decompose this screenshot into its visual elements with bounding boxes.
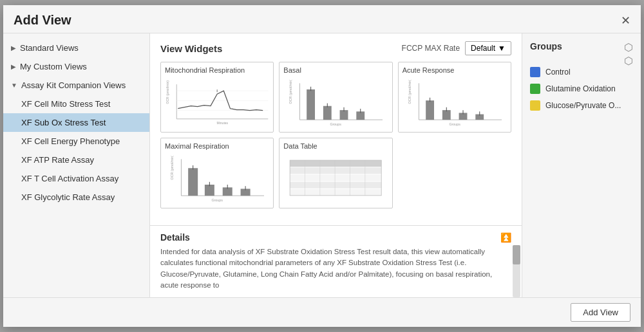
svg-rect-48 [290,189,381,196]
widget-chart-data-table [283,152,388,204]
main-content: View Widgets FCCP MAX Rate Default ▼ [150,33,522,297]
group-item-glutamine: Glutamine Oxidation [530,84,633,94]
scrollbar-thumb [513,245,520,264]
widget-chart-mito: OCR (pmol/min) [165,77,269,128]
widgets-grid: Mitochondrial Respiration OCR (pmol/min) [160,62,511,208]
widget-maximal-respiration: Maximal Respiration OCR (pmol/min) [160,138,274,208]
svg-text:OCR (pmol/min): OCR (pmol/min) [166,80,169,104]
svg-text:Groups: Groups [330,122,342,126]
fccp-label: FCCP MAX Rate [402,44,460,53]
add-view-button[interactable]: Add View [571,303,630,322]
svg-rect-45 [290,167,381,174]
widget-chart-basal: OCR (pmol/min) [283,77,388,128]
svg-text:OCR (pmol/min): OCR (pmol/min) [170,156,174,180]
chevron-right-icon-2: ▶ [11,63,16,70]
widget-chart-maximal: OCR (pmol/min) [165,152,269,204]
sidebar-item-cell-energy[interactable]: XF Cell Energy Phenotype [3,132,149,151]
widgets-title: View Widgets [160,43,222,54]
sidebar-item-t-cell[interactable]: XF T Cell Activation Assay [3,169,149,188]
modal-overlay: Add View ✕ ▶ Standard Views ▶ My Custom … [0,0,644,332]
widget-data-table: Data Table [279,138,392,208]
group-color-glucose [530,100,540,111]
sidebar-label-cell-energy: XF Cell Energy Phenotype [21,136,120,146]
svg-text:OCR (pmol/min): OCR (pmol/min) [407,80,411,104]
svg-rect-46 [290,174,381,181]
details-scrollbar[interactable] [513,245,520,297]
modal-body: ▶ Standard Views ▶ My Custom Views ▼ Ass… [3,33,641,297]
chevron-down-icon: ▼ [11,82,17,89]
sidebar-label-glycolytic: XF Glycolytic Rate Assay [21,192,115,202]
group-label-glucose: Glucose/Pyruvate O... [545,101,621,110]
group-item-glucose: Glucose/Pyruvate O... [530,100,633,111]
widget-title-acute: Acute Response [402,66,507,74]
modal-title: Add View [14,13,71,28]
svg-rect-37 [205,185,214,196]
svg-rect-25 [442,110,451,120]
sidebar-label-my-custom-views: My Custom Views [20,62,87,71]
add-view-modal: Add View ✕ ▶ Standard Views ▶ My Custom … [3,5,641,327]
svg-text:Groups: Groups [211,198,223,202]
widget-mito-respiration: Mitochondrial Respiration OCR (pmol/min) [160,62,274,133]
groups-title: Groups [530,41,562,51]
modal-header: Add View ✕ [3,5,641,33]
details-header: Details ⏫ [160,232,511,243]
group-label-glutamine: Glutamine Oxidation [545,84,616,93]
sidebar-label-sub-ox: XF Sub Ox Stress Test [21,118,106,127]
panel-expand-icon[interactable]: ⬡ [624,55,633,67]
sidebar-item-assay-kit[interactable]: ▼ Assay Kit Companion Views [3,76,149,95]
close-button[interactable]: ✕ [621,15,630,26]
svg-rect-44 [290,160,381,167]
svg-text:Minutes: Minutes [216,121,228,125]
sidebar-item-my-custom-views[interactable]: ▶ My Custom Views [3,57,149,76]
group-item-control: Control [530,67,633,77]
sidebar: ▶ Standard Views ▶ My Custom Views ▼ Ass… [3,33,150,297]
sidebar-label-atp-rate: XF ATP Rate Assay [21,155,94,165]
svg-text:Groups: Groups [449,122,460,126]
chevron-right-icon: ▶ [11,44,16,51]
svg-text:OCR (pmol/min): OCR (pmol/min) [289,80,292,104]
sidebar-label-assay-kit: Assay Kit Companion Views [21,80,126,90]
details-title: Details [160,232,190,243]
widget-title-basal: Basal [283,66,388,74]
svg-rect-11 [307,89,315,120]
widget-basal: Basal OCR (pmol/min) [279,62,392,133]
sidebar-item-sub-ox[interactable]: XF Sub Ox Stress Test [3,113,149,132]
sidebar-label-standard-views: Standard Views [20,43,79,53]
default-dropdown[interactable]: Default ▼ [465,41,511,55]
svg-rect-13 [323,106,332,120]
group-label-control: Control [545,68,571,77]
panel-collapse-icon[interactable]: ⬡ [624,41,633,53]
group-color-glutamine [530,84,540,94]
widget-title-mito: Mitochondrial Respiration [165,66,269,74]
sidebar-item-atp-rate[interactable]: XF ATP Rate Assay [3,151,149,169]
sidebar-label-t-cell: XF T Cell Activation Assay [21,174,118,183]
svg-rect-15 [340,110,348,120]
widgets-area: View Widgets FCCP MAX Rate Default ▼ [150,33,522,225]
modal-footer: Add View [3,297,641,327]
widget-title-data-table: Data Table [283,142,388,150]
svg-rect-23 [426,100,434,120]
sidebar-label-cell-mito: XF Cell Mito Stress Test [21,99,110,109]
widget-chart-acute: OCR (pmol/min) [402,77,507,128]
widgets-header: View Widgets FCCP MAX Rate Default ▼ [160,41,511,55]
dropdown-arrow-icon: ▼ [498,44,506,53]
details-text: Intended for data analysis of XF Substra… [160,246,511,291]
dropdown-label: Default [471,44,495,53]
groups-panel: Groups ⬡ ⬡ Control Glutamine Oxidation [522,33,641,297]
widget-acute-response: Acute Response OCR (pmol/min) [398,62,511,133]
svg-rect-35 [188,168,198,196]
widget-title-maximal: Maximal Respiration [165,142,269,150]
sidebar-item-cell-mito[interactable]: XF Cell Mito Stress Test [3,95,149,113]
group-color-control [530,67,540,77]
collapse-icon: ⏫ [500,232,511,243]
sidebar-item-standard-views[interactable]: ▶ Standard Views [3,39,149,57]
collapse-button[interactable]: ⏫ [500,232,511,243]
svg-rect-47 [290,182,381,189]
details-section: Details ⏫ Intended for data analysis of … [150,225,522,297]
sidebar-item-glycolytic[interactable]: XF Glycolytic Rate Assay [3,188,149,207]
